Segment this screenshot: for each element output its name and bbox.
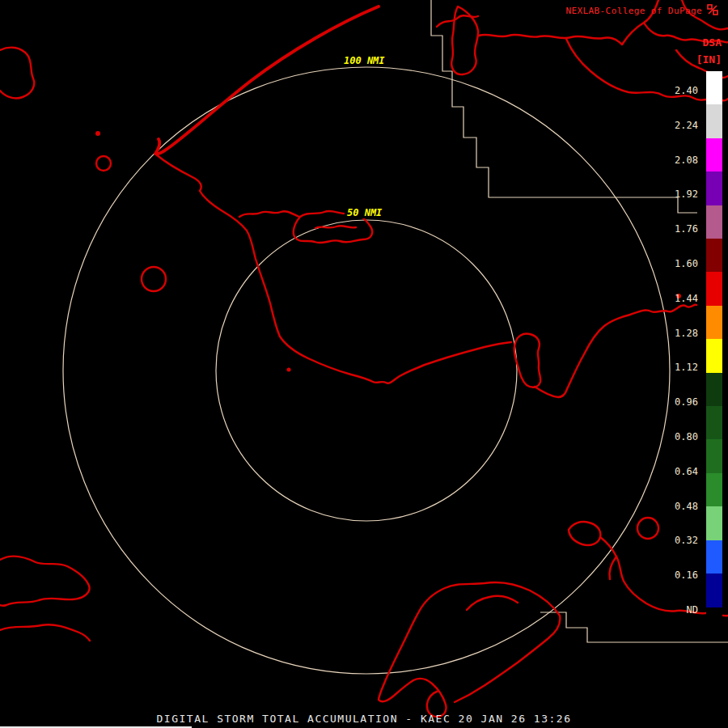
coastline-north-arc bbox=[155, 6, 379, 154]
river-top-2 bbox=[479, 35, 622, 44]
colorbar-tick-label: 1.92 bbox=[675, 188, 698, 200]
colorbar-cell bbox=[706, 373, 722, 406]
colorbar-tick-label: 1.28 bbox=[675, 328, 698, 339]
coastline-layer bbox=[0, 0, 728, 717]
lake-outline-southeast bbox=[637, 518, 658, 539]
colorbar-cell bbox=[706, 138, 722, 171]
colorbar-cell bbox=[706, 406, 722, 439]
brand-text: NEXLAB-College of DuPage bbox=[565, 6, 702, 16]
colorbar-cell bbox=[706, 339, 722, 372]
range-ring-50 bbox=[216, 220, 517, 521]
coastline-main-south bbox=[156, 154, 511, 383]
zone-boundary-line-north bbox=[431, 0, 697, 213]
colorbar-tick-label: 2.08 bbox=[675, 154, 698, 166]
colorbar-cell bbox=[706, 574, 722, 607]
colorbar-tick-label: 1.76 bbox=[675, 223, 698, 235]
zone-boundary-line-south bbox=[540, 612, 728, 642]
colorbar-tick-label: 0.48 bbox=[675, 501, 698, 512]
colorbar-cell bbox=[706, 439, 722, 472]
map-dot-west bbox=[95, 131, 100, 136]
product-meta: DSA [IN] bbox=[696, 34, 722, 68]
colorbar-tick-label: 1.12 bbox=[675, 362, 698, 373]
coastline-lagoon-west bbox=[239, 211, 299, 217]
units-label: [IN] bbox=[696, 51, 722, 68]
colorbar-tick-label: 2.40 bbox=[675, 85, 698, 96]
lake-outline-small bbox=[96, 156, 111, 171]
colorbar-tick-label: 0.80 bbox=[675, 431, 698, 442]
map-dot-center bbox=[287, 368, 291, 372]
lake-outline-large bbox=[142, 267, 166, 291]
coastline-south-landmass-inner bbox=[467, 596, 518, 610]
coastline-south-landmass bbox=[379, 582, 560, 717]
range-ring-100-label: 100 NMI bbox=[341, 55, 387, 66]
colorbar-tick-label: 1.44 bbox=[675, 293, 698, 304]
colorbar-cell bbox=[706, 540, 722, 574]
colorbar-tick-label: ND bbox=[687, 604, 698, 616]
colorbar-tick-label: 0.64 bbox=[675, 466, 698, 477]
coastline-south-landmass-east bbox=[455, 616, 560, 702]
product-code-label: DSA bbox=[696, 34, 722, 51]
coastline-southeast-loop bbox=[569, 522, 600, 545]
range-ring-50-label: 50 NMI bbox=[345, 207, 384, 218]
colorbar-cell bbox=[706, 473, 722, 506]
coastline-southeast-spur bbox=[609, 557, 616, 579]
colorbar-cell bbox=[706, 306, 722, 339]
colorbar-cell bbox=[706, 272, 722, 305]
colorbar-tick-label: 1.60 bbox=[675, 258, 698, 269]
coastline-topleft-blob bbox=[0, 48, 34, 99]
range-ring-100 bbox=[63, 67, 670, 674]
colorbar-cell bbox=[706, 205, 722, 239]
coastline-bottomleft-2 bbox=[0, 624, 90, 641]
colorbar-tick-label: 2.24 bbox=[675, 120, 698, 131]
color-scale-bar bbox=[706, 71, 722, 641]
colorbar-cell bbox=[706, 506, 722, 540]
colorbar-tick-label: 0.96 bbox=[675, 396, 698, 408]
colorbar-tick-label: 0.32 bbox=[675, 535, 698, 546]
colorbar-cell bbox=[706, 104, 722, 138]
colorbar-cell bbox=[706, 607, 722, 641]
colorbar-cell bbox=[706, 71, 722, 104]
radar-map-canvas bbox=[0, 0, 728, 728]
colorbar-cell bbox=[706, 171, 722, 205]
color-scale-labels: 2.402.242.081.921.761.601.441.281.120.96… bbox=[662, 85, 698, 616]
colorbar-tick-label: 0.16 bbox=[675, 569, 698, 581]
nexlab-logo-icon bbox=[707, 4, 718, 18]
coastline-bottomleft-1 bbox=[0, 557, 90, 606]
colorbar-cell bbox=[706, 239, 722, 272]
coastline-island bbox=[514, 334, 540, 387]
product-title: DIGITAL STORM TOTAL ACCUMULATION - KAEC … bbox=[0, 713, 728, 725]
radar-display: 100 NMI 50 NMI NEXLAB-College of DuPage … bbox=[0, 0, 728, 728]
coastline-lagoon-inner bbox=[315, 226, 356, 228]
header-brand-row: NEXLAB-College of DuPage bbox=[565, 4, 718, 18]
